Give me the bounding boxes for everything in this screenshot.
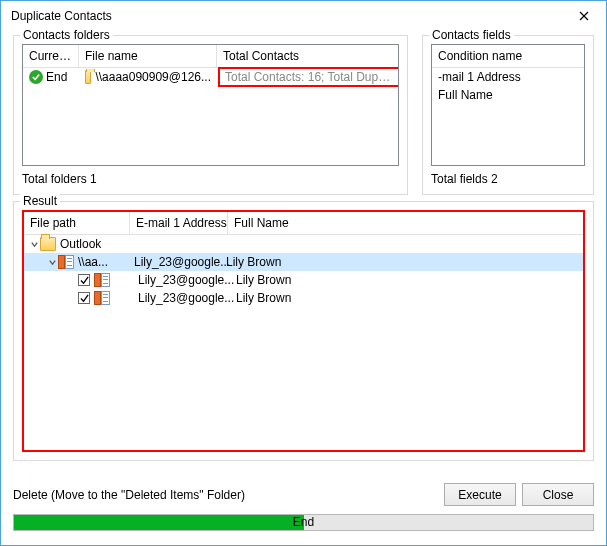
tree-label-subfolder: \\aa... <box>78 255 128 269</box>
tree-node-subfolder[interactable]: \\aa... Lily_23@google... Lily Brown <box>24 253 583 271</box>
col-condition-name[interactable]: Condition name <box>432 45 584 67</box>
tree-label-outlook: Outlook <box>60 237 101 251</box>
delete-description: Delete (Move to the "Deleted Items" Fold… <box>13 488 245 502</box>
duplicate-checkbox[interactable] <box>78 292 90 304</box>
close-window-button[interactable] <box>562 1 606 31</box>
folder-icon <box>40 237 56 251</box>
result-list[interactable]: File path E-mail 1 Address Full Name Out… <box>22 210 585 452</box>
folder-icon <box>85 70 91 84</box>
progress-label: End <box>293 515 314 530</box>
col-total-contacts[interactable]: Total Contacts <box>217 45 398 67</box>
window: Duplicate Contacts Contacts folders Curr… <box>0 0 607 546</box>
execute-button[interactable]: Execute <box>444 483 516 506</box>
contacts-folders-legend: Contacts folders <box>20 28 113 42</box>
result-legend: Result <box>20 194 60 208</box>
duplicate-checkbox[interactable] <box>78 274 90 286</box>
contacts-fields-group: Contacts fields Condition name -mail 1 A… <box>422 35 594 195</box>
close-button[interactable]: Close <box>522 483 594 506</box>
duplicate-row[interactable]: Lily_23@google... Lily Brown <box>24 289 583 307</box>
chevron-down-icon[interactable] <box>46 258 58 267</box>
total-contacts-cell: Total Contacts: 16; Total Duplicates: 1 <box>217 69 398 85</box>
field-item-email: -mail 1 Address <box>432 69 527 85</box>
col-current[interactable]: Curren... <box>23 45 79 67</box>
contacts-folders-list[interactable]: Curren... File name Total Contacts End \… <box>22 44 399 166</box>
col-email[interactable]: E-mail 1 Address <box>130 212 228 234</box>
titlebar: Duplicate Contacts <box>1 1 606 31</box>
cell-email: Lily_23@google... <box>138 291 236 305</box>
field-row[interactable]: -mail 1 Address <box>432 68 584 86</box>
contacts-fields-legend: Contacts fields <box>429 28 514 42</box>
contact-folder-icon <box>58 255 74 269</box>
progress-bar: End <box>13 514 594 531</box>
window-title: Duplicate Contacts <box>11 9 112 23</box>
total-folders-label: Total folders 1 <box>22 172 399 186</box>
close-icon <box>579 11 589 21</box>
contacts-folders-group: Contacts folders Curren... File name Tot… <box>13 35 408 195</box>
status-ok-icon <box>29 70 43 84</box>
result-group: Result File path E-mail 1 Address Full N… <box>13 201 594 461</box>
progress-fill <box>14 515 304 530</box>
col-full-name[interactable]: Full Name <box>228 212 583 234</box>
total-fields-label: Total fields 2 <box>431 172 585 186</box>
footer: Delete (Move to the "Deleted Items" Fold… <box>1 473 606 545</box>
folder-filename: \\aaaa090909@126... <box>95 70 211 84</box>
folder-row[interactable]: End \\aaaa090909@126... Total Contacts: … <box>23 68 398 86</box>
field-row[interactable]: Full Name <box>432 86 584 104</box>
cell-email: Lily_23@google... <box>128 255 226 269</box>
cell-fullname: Lily Brown <box>236 273 291 287</box>
col-file-path[interactable]: File path <box>24 212 130 234</box>
cell-fullname: Lily Brown <box>236 291 291 305</box>
content-area: Contacts folders Curren... File name Tot… <box>1 31 606 473</box>
field-item-fullname: Full Name <box>432 87 499 103</box>
col-filename[interactable]: File name <box>79 45 217 67</box>
status-text: End <box>46 70 67 84</box>
tree-node-outlook[interactable]: Outlook <box>24 235 583 253</box>
chevron-down-icon[interactable] <box>28 240 40 249</box>
contact-icon <box>94 291 110 305</box>
cell-email: Lily_23@google... <box>138 273 236 287</box>
duplicate-row[interactable]: Lily_23@google... Lily Brown <box>24 271 583 289</box>
contact-icon <box>94 273 110 287</box>
cell-fullname: Lily Brown <box>226 255 281 269</box>
contacts-fields-list[interactable]: Condition name -mail 1 Address Full Name <box>431 44 585 166</box>
